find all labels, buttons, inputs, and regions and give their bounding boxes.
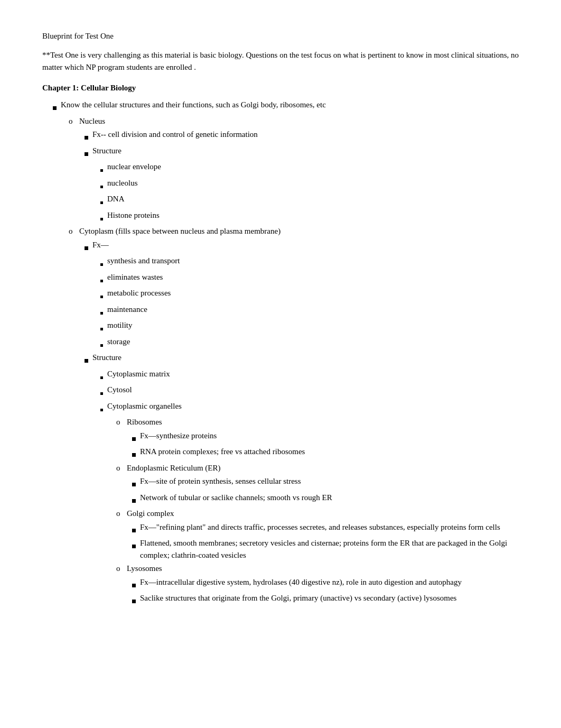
list-item: Know the cellular structures and their f… [53,99,519,114]
item-text: metabolic processes [107,287,519,299]
list-item: maintenance [100,303,519,318]
list-item: motility [100,319,519,334]
o-marker: o [116,416,125,428]
list-item: nucleolus [100,177,519,192]
list-item: Saclike structures that originate from t… [132,592,519,607]
sq-bullet-icon [132,540,136,552]
item-text: Flattened, smooth membranes; secretory v… [140,537,519,561]
item-text: Know the cellular structures and their f… [61,99,519,111]
item-text: nuclear envelope [107,161,519,173]
item-text: Cytoplasm (fills space between nucleus a… [79,225,519,237]
list-item: Fx— [85,239,519,254]
list-item: Fx—intracellular digestive system, hydro… [132,576,519,591]
item-text: Fx—intracellular digestive system, hydro… [140,576,519,588]
sq-sm-bullet-icon [100,274,103,286]
sq-sm-bullet-icon [100,180,103,192]
item-text: Fx—site of protein synthesis, senses cel… [140,475,519,487]
list-item: storage [100,336,519,351]
sq-sm-bullet-icon [100,322,103,334]
item-text: Fx—synthesize proteins [140,430,519,442]
list-item: Fx—synthesize proteins [132,430,519,445]
list-item: Structure [85,352,519,366]
item-text: motility [107,319,519,331]
sq-bullet-icon [132,478,136,490]
sq-bullet-icon [85,354,88,366]
list-item: RNA protein complexes; free vs attached … [132,446,519,460]
item-text: Lysosomes [127,563,519,575]
list-item: Cytoplasmic organelles [100,400,519,415]
sq-bullet-icon [132,595,136,607]
sq-bullet-icon [132,524,136,536]
item-text: Structure [92,145,519,157]
list-item: Cytoplasmic matrix [100,368,519,383]
list-item: Fx—"refining plant" and directs traffic,… [132,521,519,536]
sq-sm-bullet-icon [100,338,103,351]
list-item: o Nucleus [69,115,519,127]
sq-sm-bullet-icon [100,306,103,318]
sq-sm-bullet-icon [100,371,103,383]
item-text: Fx-- cell division and control of geneti… [92,128,519,141]
o-marker: o [116,563,125,575]
o-marker: o [116,462,125,474]
sq-bullet-icon [132,579,136,591]
item-text: Cytoplasmic organelles [107,400,519,412]
sq-bullet-icon [85,131,88,143]
item-text: DNA [107,193,519,205]
sq-sm-bullet-icon [100,386,103,399]
list-item: synthesis and transport [100,255,519,270]
sq-sm-bullet-icon [100,212,103,224]
item-text: Endoplasmic Reticulum (ER) [127,462,519,474]
list-item: nuclear envelope [100,161,519,176]
sq-bullet-icon [132,448,136,460]
list-item: metabolic processes [100,287,519,302]
list-item: Histone proteins [100,209,519,224]
list-item: Structure [85,145,519,160]
item-text: Fx—"refining plant" and directs traffic,… [140,521,519,533]
item-text: Structure [92,352,519,364]
o-marker: o [69,225,77,237]
list-item: Network of tubular or saclike channels; … [132,492,519,506]
o-marker: o [69,115,77,127]
sq-bullet-icon [85,242,88,254]
sq-sm-bullet-icon [100,403,103,415]
list-item: o Golgi complex [116,508,519,520]
sq-bullet-icon [85,148,88,160]
list-item: Cytosol [100,384,519,399]
sq-sm-bullet-icon [100,257,103,270]
item-text: synthesis and transport [107,255,519,267]
sq-sm-bullet-icon [100,163,103,176]
list-item: o Cytoplasm (fills space between nucleus… [69,225,519,237]
list-item: o Lysosomes [116,563,519,575]
list-item: o Endoplasmic Reticulum (ER) [116,462,519,474]
item-text: maintenance [107,303,519,316]
list-item: DNA [100,193,519,208]
sq-sm-bullet-icon [100,290,103,302]
sq-bullet-icon [132,432,136,445]
item-text: Fx— [92,239,519,251]
item-text: Cytoplasmic matrix [107,368,519,380]
blueprint-title: Blueprint for Test One [42,32,519,41]
list-item: Fx-- cell division and control of geneti… [85,128,519,143]
item-text: Histone proteins [107,209,519,222]
item-text: Ribosomes [127,416,519,428]
sq-sm-bullet-icon [100,196,103,208]
item-text: eliminates wastes [107,271,519,283]
item-text: Network of tubular or saclike channels; … [140,492,519,504]
o-marker: o [116,508,125,520]
item-text: storage [107,336,519,348]
list-item: Flattened, smooth membranes; secretory v… [132,537,519,561]
sq-bullet-icon [132,494,136,506]
chapter-title: Chapter 1: Cellular Biology [42,84,519,93]
item-text: Saclike structures that originate from t… [140,592,519,604]
item-text: RNA protein complexes; free vs attached … [140,446,519,458]
item-text: nucleolus [107,177,519,189]
list-item: eliminates wastes [100,271,519,286]
item-text: Golgi complex [127,508,519,520]
list-item: o Ribosomes [116,416,519,428]
list-item: Fx—site of protein synthesis, senses cel… [132,475,519,490]
item-text: Nucleus [79,115,519,127]
intro-note: **Test One is very challenging as this m… [42,49,519,73]
bullet-icon [53,102,57,114]
item-text: Cytosol [107,384,519,396]
